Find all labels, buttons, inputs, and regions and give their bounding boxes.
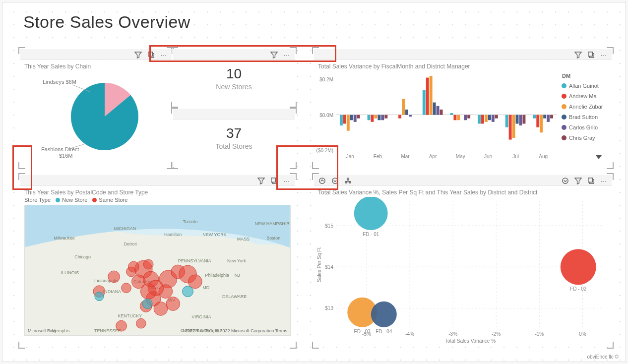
svg-point-132	[95, 292, 104, 301]
svg-text:Philadelphia: Philadelphia	[205, 273, 229, 278]
svg-text:Toronto: Toronto	[183, 219, 198, 224]
svg-text:Jun: Jun	[484, 154, 492, 159]
svg-point-130	[183, 286, 193, 297]
variance-chart[interactable]: $0.2M$0.0M($0.2M)JanFebMarAprMayJunJulAu…	[314, 71, 612, 165]
svg-rect-12	[340, 115, 343, 125]
svg-text:$13: $13	[325, 305, 333, 311]
svg-text:DELAWARE: DELAWARE	[222, 294, 247, 299]
more-icon[interactable]: ···	[599, 50, 609, 60]
more-icon[interactable]: ···	[599, 176, 609, 185]
svg-text:Hamilton: Hamilton	[164, 232, 182, 237]
new-stores-label: New Stores	[173, 83, 295, 91]
svg-text:FD - 02: FD - 02	[570, 286, 587, 292]
svg-rect-64	[543, 115, 546, 119]
svg-rect-37	[437, 106, 440, 115]
svg-rect-15	[350, 115, 353, 121]
svg-text:Total Sales Variance %: Total Sales Variance %	[445, 338, 496, 344]
svg-point-122	[122, 283, 131, 293]
expand-hierarchy-icon[interactable]	[343, 176, 353, 185]
filter-icon[interactable]	[133, 50, 143, 60]
svg-rect-13	[343, 115, 346, 124]
svg-text:VIRGINIA: VIRGINIA	[191, 314, 211, 319]
svg-text:Detroit: Detroit	[124, 242, 137, 246]
svg-text:FD - 01: FD - 01	[363, 232, 379, 237]
svg-point-128	[136, 318, 146, 328]
svg-rect-56	[512, 115, 515, 138]
svg-point-126	[140, 284, 156, 300]
svg-text:-3%: -3%	[448, 331, 457, 337]
pie-chart[interactable]: Lindseys $6M Fashions Direct $16M	[20, 71, 172, 165]
filter-icon[interactable]	[573, 176, 583, 185]
drill-toggle-icon[interactable]	[560, 176, 570, 185]
svg-rect-80	[271, 178, 275, 182]
svg-rect-20	[371, 115, 374, 122]
filter-icon[interactable]	[256, 176, 266, 185]
map-legend-label: Store Type	[24, 197, 51, 203]
svg-point-78	[562, 135, 566, 140]
svg-text:Aug: Aug	[539, 154, 548, 159]
svg-text:Allan Guinot: Allan Guinot	[569, 83, 599, 89]
svg-rect-23	[381, 115, 384, 121]
svg-rect-35	[430, 76, 433, 115]
svg-text:Mar: Mar	[401, 154, 410, 159]
svg-rect-48	[481, 115, 484, 124]
visual-variance[interactable]: ≡ ··· Total Sales Variance by FiscalMont…	[314, 49, 612, 167]
svg-rect-29	[405, 110, 408, 115]
attribution: obviEnce llc ©	[587, 354, 619, 360]
svg-point-125	[143, 259, 153, 269]
svg-rect-40	[450, 113, 453, 115]
filter-icon[interactable]	[573, 50, 583, 60]
page-title: Store Sales Overview	[23, 12, 190, 32]
svg-rect-62	[536, 115, 539, 127]
svg-rect-59	[522, 115, 525, 124]
map-canvas[interactable]: MilwaukeeMICHIGANTorontoNEW HAMPSHIREHam…	[24, 205, 291, 336]
svg-rect-65	[547, 115, 550, 122]
svg-point-70	[562, 94, 566, 99]
focus-icon[interactable]	[586, 50, 596, 60]
map-credit-right[interactable]: © 2022 TomTom, © 2022 Microsoft Corporat…	[181, 328, 287, 333]
svg-rect-55	[509, 115, 512, 140]
svg-rect-33	[423, 90, 426, 115]
svg-rect-63	[540, 115, 543, 133]
svg-text:Apr: Apr	[429, 154, 437, 159]
svg-text:Milwaukee: Milwaukee	[54, 236, 75, 241]
svg-point-72	[562, 104, 566, 109]
focus-icon[interactable]	[586, 176, 596, 185]
svg-rect-50	[488, 115, 491, 121]
svg-rect-14	[347, 115, 350, 131]
svg-rect-28	[402, 99, 405, 115]
svg-text:Jan: Jan	[346, 154, 354, 159]
svg-text:PENNSYLVANIA: PENNSYLVANIA	[178, 258, 211, 263]
visual-map[interactable]: ≡ ··· This Year Sales by PostalCode and …	[20, 175, 295, 347]
svg-text:MD: MD	[202, 285, 209, 290]
visual-pie[interactable]: ≡ ··· This Year Sales by Chain Lindseys …	[20, 49, 172, 167]
svg-point-117	[154, 302, 168, 316]
svg-text:FD - 04: FD - 04	[376, 329, 392, 334]
svg-rect-27	[398, 115, 401, 119]
svg-point-127	[159, 285, 173, 299]
svg-rect-45	[467, 115, 470, 119]
svg-rect-54	[505, 115, 508, 127]
svg-text:-2%: -2%	[492, 331, 501, 337]
svg-point-119	[166, 297, 180, 311]
svg-rect-21	[374, 115, 377, 119]
svg-text:Boston: Boston	[266, 236, 280, 241]
svg-rect-58	[519, 115, 522, 125]
visual-scatter[interactable]: ≡ ··· Total Sales Variance %, Sales Per …	[314, 175, 612, 347]
svg-point-129	[116, 320, 127, 331]
svg-point-160	[354, 197, 388, 230]
svg-text:MASS: MASS	[237, 237, 250, 242]
svg-rect-16	[354, 115, 357, 122]
svg-point-166	[371, 302, 397, 327]
scatter-chart[interactable]: -5%-4%-3%-2%-1%0%$15$14$13Sales Per Sq F…	[314, 197, 612, 344]
highlight-box	[12, 145, 32, 190]
total-stores-value: 37	[173, 125, 295, 141]
svg-text:NEW HAMPSHIRE: NEW HAMPSHIRE	[255, 221, 290, 226]
svg-point-121	[108, 271, 120, 283]
svg-text:NEW YORK: NEW YORK	[202, 232, 226, 237]
svg-point-74	[562, 115, 566, 120]
svg-rect-49	[485, 115, 488, 122]
svg-rect-51	[492, 115, 495, 122]
svg-text:New York: New York	[227, 258, 246, 263]
svg-rect-36	[433, 103, 436, 115]
